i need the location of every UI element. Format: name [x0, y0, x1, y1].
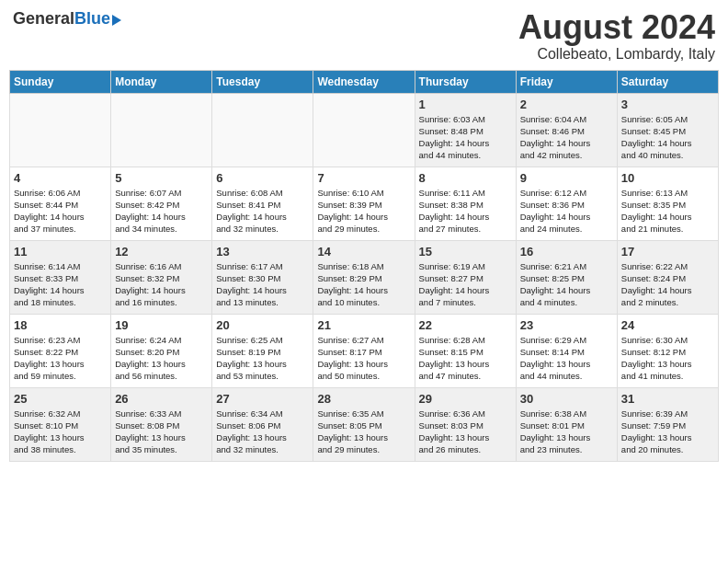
- calendar-cell: 14Sunrise: 6:18 AM Sunset: 8:29 PM Dayli…: [313, 240, 415, 314]
- day-info: Sunrise: 6:12 AM Sunset: 8:36 PM Dayligh…: [520, 187, 613, 236]
- calendar-header-row: SundayMondayTuesdayWednesdayThursdayFrid…: [10, 70, 719, 93]
- day-number: 26: [115, 392, 208, 406]
- calendar-cell: [111, 93, 212, 167]
- calendar-day-header: Monday: [111, 70, 212, 93]
- day-info: Sunrise: 6:22 AM Sunset: 8:24 PM Dayligh…: [621, 260, 714, 309]
- calendar-cell: 3Sunrise: 6:05 AM Sunset: 8:45 PM Daylig…: [617, 93, 718, 167]
- day-info: Sunrise: 6:23 AM Sunset: 8:22 PM Dayligh…: [14, 334, 107, 383]
- page-header: General Blue August 2024 Collebeato, Lom…: [9, 9, 719, 63]
- day-number: 11: [14, 245, 107, 259]
- title-area: August 2024 Collebeato, Lombardy, Italy: [518, 9, 715, 63]
- day-number: 30: [520, 392, 613, 406]
- calendar-table: SundayMondayTuesdayWednesdayThursdayFrid…: [9, 70, 719, 462]
- logo-blue-text: Blue: [74, 9, 110, 29]
- day-number: 25: [14, 392, 107, 406]
- day-info: Sunrise: 6:05 AM Sunset: 8:45 PM Dayligh…: [621, 113, 714, 162]
- calendar-cell: 25Sunrise: 6:32 AM Sunset: 8:10 PM Dayli…: [10, 387, 111, 461]
- calendar-cell: 11Sunrise: 6:14 AM Sunset: 8:33 PM Dayli…: [10, 240, 111, 314]
- calendar-day-header: Wednesday: [313, 70, 415, 93]
- calendar-cell: [212, 93, 313, 167]
- calendar-cell: 13Sunrise: 6:17 AM Sunset: 8:30 PM Dayli…: [212, 240, 313, 314]
- day-info: Sunrise: 6:11 AM Sunset: 8:38 PM Dayligh…: [419, 187, 512, 236]
- day-info: Sunrise: 6:13 AM Sunset: 8:35 PM Dayligh…: [621, 187, 714, 236]
- calendar-week-row: 25Sunrise: 6:32 AM Sunset: 8:10 PM Dayli…: [10, 387, 719, 461]
- calendar-week-row: 1Sunrise: 6:03 AM Sunset: 8:48 PM Daylig…: [10, 93, 719, 167]
- day-info: Sunrise: 6:25 AM Sunset: 8:19 PM Dayligh…: [216, 334, 309, 383]
- calendar-cell: 21Sunrise: 6:27 AM Sunset: 8:17 PM Dayli…: [313, 314, 415, 387]
- day-number: 15: [419, 245, 512, 259]
- day-info: Sunrise: 6:32 AM Sunset: 8:10 PM Dayligh…: [14, 408, 107, 456]
- calendar-cell: 24Sunrise: 6:30 AM Sunset: 8:12 PM Dayli…: [617, 314, 718, 387]
- calendar-cell: 29Sunrise: 6:36 AM Sunset: 8:03 PM Dayli…: [415, 387, 516, 461]
- day-number: 9: [520, 171, 613, 185]
- calendar-day-header: Tuesday: [212, 70, 313, 93]
- calendar-cell: 10Sunrise: 6:13 AM Sunset: 8:35 PM Dayli…: [617, 167, 718, 240]
- day-number: 7: [317, 171, 410, 185]
- day-info: Sunrise: 6:39 AM Sunset: 7:59 PM Dayligh…: [621, 408, 714, 456]
- calendar-cell: 30Sunrise: 6:38 AM Sunset: 8:01 PM Dayli…: [516, 387, 617, 461]
- day-info: Sunrise: 6:38 AM Sunset: 8:01 PM Dayligh…: [520, 408, 613, 456]
- day-number: 12: [115, 245, 208, 259]
- calendar-week-row: 18Sunrise: 6:23 AM Sunset: 8:22 PM Dayli…: [10, 314, 719, 387]
- day-number: 22: [419, 318, 512, 332]
- calendar-cell: 2Sunrise: 6:04 AM Sunset: 8:46 PM Daylig…: [516, 93, 617, 167]
- calendar-cell: 16Sunrise: 6:21 AM Sunset: 8:25 PM Dayli…: [516, 240, 617, 314]
- calendar-cell: 28Sunrise: 6:35 AM Sunset: 8:05 PM Dayli…: [313, 387, 415, 461]
- day-number: 27: [216, 392, 309, 406]
- day-info: Sunrise: 6:35 AM Sunset: 8:05 PM Dayligh…: [317, 408, 410, 456]
- month-title: August 2024: [518, 9, 715, 46]
- day-number: 8: [419, 171, 512, 185]
- day-info: Sunrise: 6:19 AM Sunset: 8:27 PM Dayligh…: [419, 260, 512, 309]
- day-info: Sunrise: 6:28 AM Sunset: 8:15 PM Dayligh…: [419, 334, 512, 383]
- day-number: 6: [216, 171, 309, 185]
- day-info: Sunrise: 6:17 AM Sunset: 8:30 PM Dayligh…: [216, 260, 309, 309]
- day-info: Sunrise: 6:14 AM Sunset: 8:33 PM Dayligh…: [14, 260, 107, 309]
- calendar-cell: 22Sunrise: 6:28 AM Sunset: 8:15 PM Dayli…: [415, 314, 516, 387]
- calendar-cell: 6Sunrise: 6:08 AM Sunset: 8:41 PM Daylig…: [212, 167, 313, 240]
- day-info: Sunrise: 6:07 AM Sunset: 8:42 PM Dayligh…: [115, 187, 208, 236]
- day-number: 5: [115, 171, 208, 185]
- day-info: Sunrise: 6:27 AM Sunset: 8:17 PM Dayligh…: [317, 334, 410, 383]
- calendar-cell: 18Sunrise: 6:23 AM Sunset: 8:22 PM Dayli…: [10, 314, 111, 387]
- logo: General Blue: [13, 9, 121, 29]
- calendar-cell: [313, 93, 415, 167]
- calendar-day-header: Saturday: [617, 70, 718, 93]
- logo-general-text: General: [13, 9, 74, 29]
- calendar-cell: 1Sunrise: 6:03 AM Sunset: 8:48 PM Daylig…: [415, 93, 516, 167]
- calendar-week-row: 11Sunrise: 6:14 AM Sunset: 8:33 PM Dayli…: [10, 240, 719, 314]
- day-info: Sunrise: 6:33 AM Sunset: 8:08 PM Dayligh…: [115, 408, 208, 456]
- location-title: Collebeato, Lombardy, Italy: [518, 46, 715, 63]
- calendar-cell: [10, 93, 111, 167]
- logo-arrow-icon: [112, 15, 121, 26]
- calendar-cell: 12Sunrise: 6:16 AM Sunset: 8:32 PM Dayli…: [111, 240, 212, 314]
- day-info: Sunrise: 6:16 AM Sunset: 8:32 PM Dayligh…: [115, 260, 208, 309]
- calendar-cell: 5Sunrise: 6:07 AM Sunset: 8:42 PM Daylig…: [111, 167, 212, 240]
- day-number: 23: [520, 318, 613, 332]
- day-number: 16: [520, 245, 613, 259]
- calendar-cell: 27Sunrise: 6:34 AM Sunset: 8:06 PM Dayli…: [212, 387, 313, 461]
- day-number: 13: [216, 245, 309, 259]
- day-number: 2: [520, 98, 613, 111]
- day-info: Sunrise: 6:34 AM Sunset: 8:06 PM Dayligh…: [216, 408, 309, 456]
- day-number: 4: [14, 171, 107, 185]
- calendar-cell: 7Sunrise: 6:10 AM Sunset: 8:39 PM Daylig…: [313, 167, 415, 240]
- day-info: Sunrise: 6:06 AM Sunset: 8:44 PM Dayligh…: [14, 187, 107, 236]
- day-info: Sunrise: 6:21 AM Sunset: 8:25 PM Dayligh…: [520, 260, 613, 309]
- day-number: 31: [621, 392, 714, 406]
- day-info: Sunrise: 6:04 AM Sunset: 8:46 PM Dayligh…: [520, 113, 613, 162]
- calendar-cell: 20Sunrise: 6:25 AM Sunset: 8:19 PM Dayli…: [212, 314, 313, 387]
- calendar-cell: 31Sunrise: 6:39 AM Sunset: 7:59 PM Dayli…: [617, 387, 718, 461]
- day-info: Sunrise: 6:36 AM Sunset: 8:03 PM Dayligh…: [419, 408, 512, 456]
- day-info: Sunrise: 6:30 AM Sunset: 8:12 PM Dayligh…: [621, 334, 714, 383]
- day-number: 3: [621, 98, 714, 111]
- day-info: Sunrise: 6:29 AM Sunset: 8:14 PM Dayligh…: [520, 334, 613, 383]
- day-number: 10: [621, 171, 714, 185]
- day-info: Sunrise: 6:10 AM Sunset: 8:39 PM Dayligh…: [317, 187, 410, 236]
- calendar-cell: 15Sunrise: 6:19 AM Sunset: 8:27 PM Dayli…: [415, 240, 516, 314]
- calendar-cell: 26Sunrise: 6:33 AM Sunset: 8:08 PM Dayli…: [111, 387, 212, 461]
- day-number: 18: [14, 318, 107, 332]
- calendar-week-row: 4Sunrise: 6:06 AM Sunset: 8:44 PM Daylig…: [10, 167, 719, 240]
- calendar-day-header: Sunday: [10, 70, 111, 93]
- day-number: 19: [115, 318, 208, 332]
- day-number: 29: [419, 392, 512, 406]
